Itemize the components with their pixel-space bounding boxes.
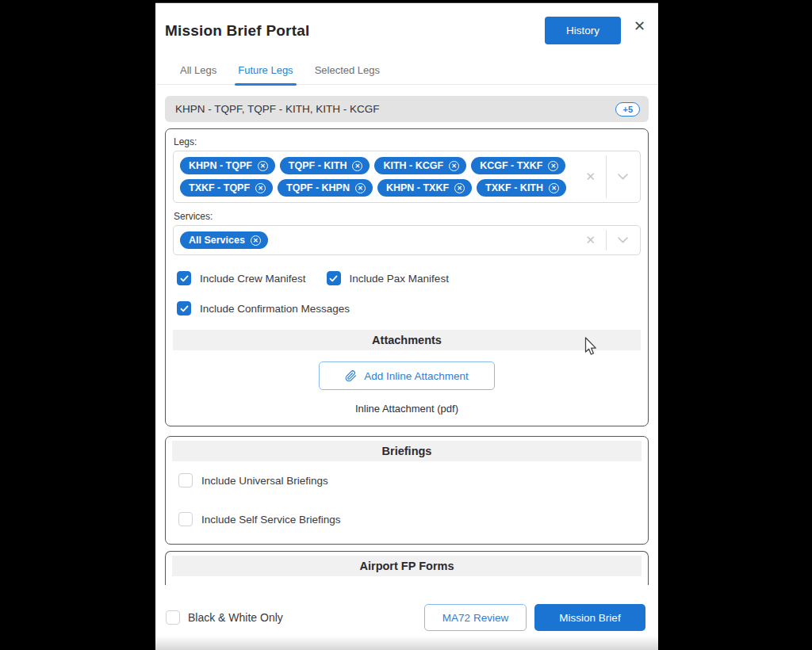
leg-chip[interactable]: KHPN - TXKF✕ xyxy=(377,179,472,197)
route-summary-bar[interactable]: KHPN - TQPF, TQPF - KITH, KITH - KCGF +5 xyxy=(165,96,649,122)
leg-chip[interactable]: TQPF - KHPN✕ xyxy=(278,179,373,197)
airport-fp-forms-header: Airport FP Forms xyxy=(172,556,642,576)
leg-chip[interactable]: TXKF - KITH✕ xyxy=(477,179,566,197)
leg-chip[interactable]: KHPN - TQPF✕ xyxy=(180,157,275,174)
checkbox-include-confirmation-messages[interactable]: Include Confirmation Messages xyxy=(177,301,350,315)
leg-chip[interactable]: TQPF - KITH✕ xyxy=(280,157,370,174)
checkbox-label: Include Crew Manifest xyxy=(200,273,306,285)
leg-chip[interactable]: KCGF - TXKF✕ xyxy=(471,157,565,174)
mission-brief-portal-modal: Mission Brief Portal History ✕ All Legs … xyxy=(155,2,658,650)
checkbox-include-crew-manifest[interactable]: Include Crew Manifest xyxy=(177,271,306,285)
chip-remove-icon[interactable]: ✕ xyxy=(355,183,366,193)
chip-label: KITH - KCGF xyxy=(383,160,443,171)
services-chip-list: All Services✕ xyxy=(174,226,575,254)
page-title: Mission Brief Portal xyxy=(165,22,309,40)
tab-future-legs[interactable]: Future Legs xyxy=(238,64,293,84)
checkbox-icon[interactable] xyxy=(178,512,193,526)
legs-label: Legs: xyxy=(174,136,641,147)
checkbox-label: Include Universal Briefings xyxy=(201,475,328,487)
legs-multiselect-controls: ✕ xyxy=(575,151,640,202)
screen-background: Mission Brief Portal History ✕ All Legs … xyxy=(0,0,812,650)
checkbox-black-and-white-only[interactable]: Black & White Only xyxy=(166,610,283,625)
checkbox-icon[interactable] xyxy=(166,610,180,625)
checkbox-icon[interactable] xyxy=(177,301,191,315)
add-inline-attachment-label: Add Inline Attachment xyxy=(364,370,468,382)
tab-all-legs[interactable]: All Legs xyxy=(180,64,216,84)
chevron-down-icon[interactable] xyxy=(607,237,632,243)
checkbox-icon[interactable] xyxy=(327,271,341,285)
paperclip-icon xyxy=(345,370,357,382)
chip-remove-icon[interactable]: ✕ xyxy=(454,183,465,193)
manifest-options-row: Include Crew Manifest Include Pax Manife… xyxy=(177,271,641,285)
chip-remove-icon[interactable]: ✕ xyxy=(548,161,558,171)
briefings-panel: Briefings Include Universal Briefings In… xyxy=(165,436,649,545)
legs-multiselect[interactable]: KHPN - TQPF✕TQPF - KITH✕KITH - KCGF✕KCGF… xyxy=(173,151,641,203)
modal-footer: Black & White Only MA72 Review Mission B… xyxy=(155,604,658,650)
services-multiselect[interactable]: All Services✕ ✕ xyxy=(173,225,641,255)
route-summary-text: KHPN - TQPF, TQPF - KITH, KITH - KCGF xyxy=(175,103,380,115)
mission-brief-button[interactable]: Mission Brief xyxy=(534,604,645,631)
checkbox-icon[interactable] xyxy=(177,271,191,285)
checkbox-label: Include Pax Manifest xyxy=(350,273,449,285)
service-chip[interactable]: All Services✕ xyxy=(180,231,268,249)
chip-label: All Services xyxy=(189,235,245,246)
chip-label: TQPF - KHPN xyxy=(286,182,350,193)
chip-remove-icon[interactable]: ✕ xyxy=(258,161,268,171)
inline-attachment-note: Inline Attachment (pdf) xyxy=(173,403,641,415)
add-inline-attachment-button[interactable]: Add Inline Attachment xyxy=(319,361,495,390)
chip-label: TQPF - KITH xyxy=(289,160,347,171)
checkbox-label: Black & White Only xyxy=(188,611,283,624)
chip-remove-icon[interactable]: ✕ xyxy=(549,183,559,193)
tab-bar: All Legs Future Legs Selected Legs xyxy=(155,64,658,85)
confirmation-option-row: Include Confirmation Messages xyxy=(177,301,641,315)
more-legs-badge[interactable]: +5 xyxy=(615,102,640,117)
services-multiselect-controls: ✕ xyxy=(575,226,640,254)
history-button[interactable]: History xyxy=(545,17,621,44)
checkbox-icon[interactable] xyxy=(178,473,193,488)
chip-label: TXKF - TQPF xyxy=(189,182,250,193)
leg-chip[interactable]: TXKF - TQPF✕ xyxy=(180,179,273,197)
leg-chip[interactable]: KITH - KCGF✕ xyxy=(374,157,466,174)
clear-icon[interactable]: ✕ xyxy=(575,233,606,247)
chip-remove-icon[interactable]: ✕ xyxy=(449,161,459,171)
chip-label: KCGF - TXKF xyxy=(480,160,542,171)
checkbox-include-pax-manifest[interactable]: Include Pax Manifest xyxy=(327,271,449,285)
briefings-header: Briefings xyxy=(172,441,642,461)
close-icon[interactable]: ✕ xyxy=(634,19,645,33)
services-label: Services: xyxy=(174,211,641,222)
chip-remove-icon[interactable]: ✕ xyxy=(255,183,266,193)
airport-fp-forms-panel: Airport FP Forms xyxy=(165,551,649,585)
chip-remove-icon[interactable]: ✕ xyxy=(352,161,362,171)
checkbox-label: Include Self Service Briefings xyxy=(201,514,341,526)
attachments-header: Attachments xyxy=(173,330,641,350)
chevron-down-icon[interactable] xyxy=(607,174,632,180)
modal-header: Mission Brief Portal History ✕ xyxy=(155,3,658,44)
chip-label: TXKF - KITH xyxy=(485,182,543,193)
tab-selected-legs[interactable]: Selected Legs xyxy=(315,64,380,84)
checkbox-include-self-service-briefings[interactable]: Include Self Service Briefings xyxy=(178,512,642,526)
legs-services-panel: Legs: KHPN - TQPF✕TQPF - KITH✕KITH - KCG… xyxy=(165,128,649,426)
chip-label: KHPN - TXKF xyxy=(386,182,449,193)
checkbox-include-universal-briefings[interactable]: Include Universal Briefings xyxy=(178,473,642,488)
legs-chip-list: KHPN - TQPF✕TQPF - KITH✕KITH - KCGF✕KCGF… xyxy=(174,151,575,202)
ma72-review-button[interactable]: MA72 Review xyxy=(424,604,527,631)
clear-icon[interactable]: ✕ xyxy=(575,170,606,184)
chip-label: KHPN - TQPF xyxy=(189,160,252,171)
chip-remove-icon[interactable]: ✕ xyxy=(251,235,261,246)
checkbox-label: Include Confirmation Messages xyxy=(200,303,350,315)
